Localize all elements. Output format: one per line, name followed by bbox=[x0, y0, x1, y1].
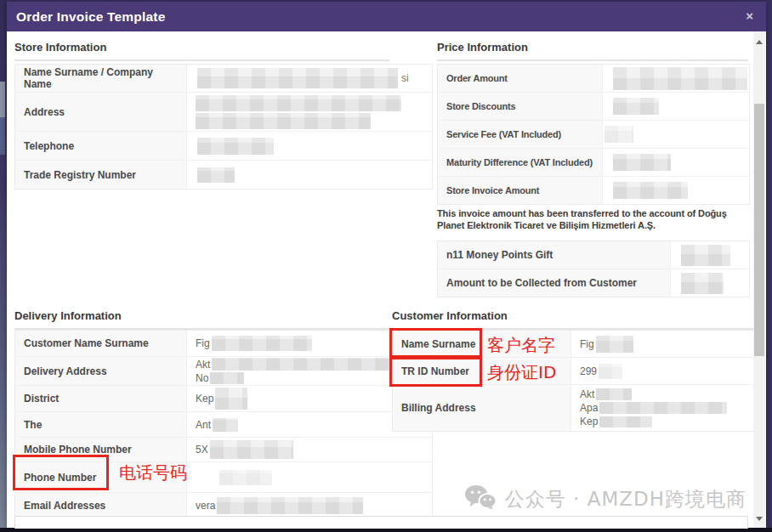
table-row: Trade Registry Number bbox=[15, 161, 432, 189]
row-value bbox=[602, 65, 749, 92]
redacted-value bbox=[613, 182, 688, 199]
redacted-value bbox=[210, 440, 293, 459]
redacted-value bbox=[613, 98, 659, 115]
row-value bbox=[602, 177, 749, 204]
table-row: Store Discounts bbox=[438, 93, 749, 121]
row-value bbox=[186, 161, 432, 189]
row-label: Amount to be Collected from Customer bbox=[438, 269, 670, 297]
row-label: Maturity Difference (VAT Included) bbox=[438, 149, 602, 176]
table-row: Customer Name Surname Fig bbox=[15, 331, 432, 357]
redacted-value bbox=[613, 154, 671, 171]
table-row: Service Fee (VAT Included) bbox=[438, 121, 749, 149]
table-row: Store Invoice Amount bbox=[438, 177, 749, 204]
row-label: Telephone bbox=[15, 132, 186, 160]
table-row: The Ant bbox=[15, 412, 432, 438]
table-row: Email Addresses vera bbox=[15, 493, 432, 518]
value-fragment: No bbox=[196, 371, 208, 385]
value-fragment: Fig bbox=[580, 338, 594, 350]
row-label: Order Amount bbox=[438, 65, 602, 92]
customer-section-title: Customer Information bbox=[392, 309, 753, 330]
delivery-section-title: Delivery Information bbox=[14, 309, 389, 330]
value-fragment: vera bbox=[196, 500, 215, 512]
collection-table: n11 Money Points Gift Amount to be Colle… bbox=[437, 241, 750, 297]
table-row: n11 Money Points Gift bbox=[438, 241, 749, 269]
value-fragment: Kep bbox=[580, 415, 598, 428]
table-row: Delivery Address Akt No bbox=[15, 357, 432, 386]
row-value bbox=[670, 241, 749, 269]
highlight-box-phone-number bbox=[13, 455, 109, 490]
row-value bbox=[602, 93, 749, 120]
row-value bbox=[602, 149, 749, 176]
row-value bbox=[670, 269, 749, 297]
close-icon[interactable]: × bbox=[746, 9, 753, 23]
table-row: District Kep bbox=[15, 386, 432, 412]
row-label: Email Addresses bbox=[15, 493, 186, 518]
row-value: Fig bbox=[570, 331, 754, 357]
row-label: Service Fee (VAT Included) bbox=[438, 121, 602, 148]
row-value bbox=[186, 132, 432, 160]
page-backdrop-left bbox=[0, 0, 7, 532]
value-fragment: Apa bbox=[580, 401, 598, 415]
table-row: Telephone bbox=[15, 132, 432, 161]
table-row: Order Amount bbox=[438, 65, 749, 93]
row-label: Address bbox=[15, 93, 186, 131]
backdrop-fragment bbox=[0, 82, 5, 117]
redacted-value bbox=[210, 372, 244, 384]
value-fragment: Akt bbox=[196, 358, 210, 371]
redacted-value bbox=[197, 167, 235, 183]
value-fragment: Fig bbox=[196, 337, 210, 349]
redacted-value bbox=[217, 497, 363, 514]
row-value: 5X bbox=[186, 438, 432, 461]
scrollbar-thumb[interactable] bbox=[754, 104, 764, 356]
redacted-value bbox=[599, 364, 622, 379]
transfer-note-line: This invoice amount has been transferred… bbox=[437, 208, 760, 220]
row-label: Store Invoice Amount bbox=[438, 177, 602, 204]
transfer-note-line: Planet Elektronik Ticaret ve Bilişim Hiz… bbox=[437, 220, 760, 232]
price-section-title: Price Information bbox=[437, 41, 748, 61]
row-label: Delivery Address bbox=[15, 357, 186, 385]
backdrop-fragment bbox=[0, 117, 5, 155]
scroll-down-icon[interactable] bbox=[756, 517, 763, 521]
value-fragment: Akt bbox=[580, 388, 594, 401]
store-section-title: Store Information bbox=[14, 41, 389, 61]
redacted-value bbox=[599, 402, 727, 414]
value-fragment: Ant bbox=[196, 419, 211, 431]
row-value: 299 bbox=[570, 358, 754, 384]
redacted-value bbox=[212, 336, 312, 351]
redacted-value bbox=[196, 95, 401, 111]
scroll-up-icon[interactable] bbox=[756, 40, 763, 44]
redacted-value bbox=[599, 416, 652, 427]
row-value: si bbox=[186, 65, 432, 92]
watermark: 公众号 · AMZDH跨境电商 bbox=[465, 485, 746, 512]
table-row: Maturity Difference (VAT Included) bbox=[438, 149, 749, 177]
redacted-value bbox=[197, 138, 274, 155]
redacted-value bbox=[681, 273, 724, 294]
row-label: n11 Money Points Gift bbox=[438, 241, 670, 269]
transfer-note: This invoice amount has been transferred… bbox=[437, 208, 760, 231]
modal-header: Order Invoice Template × bbox=[7, 2, 766, 31]
redacted-value bbox=[196, 113, 371, 129]
store-info-table: Name Surname / Company Name si Address T… bbox=[14, 64, 433, 190]
row-value bbox=[186, 462, 432, 492]
value-fragment: 5X bbox=[196, 444, 208, 456]
table-row: Name Surname / Company Name si bbox=[15, 65, 432, 93]
annotation-customer-name: 客户名字 bbox=[487, 334, 555, 357]
annotation-phone-number: 电话号码 bbox=[119, 461, 187, 484]
row-label: The bbox=[15, 412, 186, 437]
annotation-id-number: 身份证ID bbox=[487, 361, 556, 384]
redacted-value bbox=[596, 336, 633, 353]
row-label: Trade Registry Number bbox=[15, 161, 186, 189]
vertical-scrollbar[interactable] bbox=[753, 31, 765, 528]
row-value bbox=[186, 93, 432, 131]
row-label: Billing Address bbox=[393, 385, 570, 431]
row-label: Customer Name Surname bbox=[15, 331, 186, 356]
row-label: Store Discounts bbox=[438, 93, 602, 120]
redacted-value bbox=[213, 418, 238, 432]
redacted-value bbox=[219, 470, 272, 485]
redacted-value bbox=[613, 67, 747, 90]
wechat-icon bbox=[465, 485, 497, 512]
modal-title: Order Invoice Template bbox=[16, 2, 166, 31]
redacted-value bbox=[605, 126, 633, 143]
table-row: Billing Address Akt Apa Kep bbox=[393, 385, 754, 431]
value-fragment: Kep bbox=[196, 393, 213, 405]
